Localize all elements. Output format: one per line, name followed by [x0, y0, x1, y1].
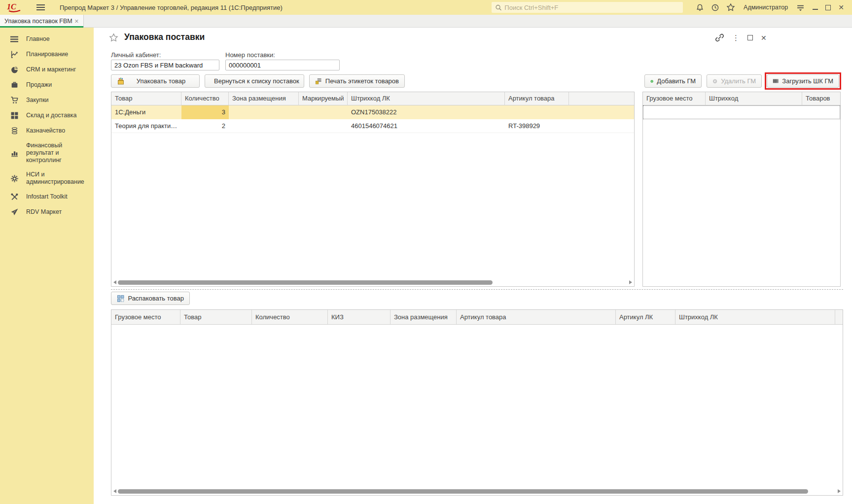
- col-cargo-place[interactable]: Грузовое место: [111, 310, 180, 324]
- col-goods-count[interactable]: Товаров: [802, 92, 840, 105]
- table-row[interactable]: 1С:Деньги 3 OZN175038222: [111, 105, 634, 119]
- maximize-icon[interactable]: [825, 5, 831, 10]
- packed-table-hscrollbar[interactable]: [111, 487, 843, 495]
- pie-chart-icon: [10, 66, 19, 74]
- pack-product-button[interactable]: Упаковать товар: [111, 74, 200, 88]
- pallet-grid-icon: [10, 111, 19, 120]
- sidebar-item-planning[interactable]: Планирование: [0, 47, 94, 62]
- tab-label: Упаковка поставок FBM: [4, 18, 72, 25]
- scrollbar-thumb[interactable]: [118, 489, 808, 494]
- coins-icon: [10, 127, 19, 135]
- horizontal-splitter[interactable]: [111, 289, 843, 290]
- add-icon: [650, 77, 653, 85]
- app-title: Препрод Маркет 3 / Управление торговлей,…: [60, 4, 283, 11]
- packed-table-empty-area: [111, 325, 843, 487]
- col-article[interactable]: Артикул товара: [457, 310, 616, 324]
- cargo-table-empty-area: [643, 119, 840, 286]
- sidebar-item-infostart-toolkit[interactable]: Infostart Toolkit: [0, 189, 94, 204]
- scroll-right-arrow[interactable]: [629, 280, 632, 284]
- titlebar: 1С Препрод Маркет 3 / Управление торговл…: [0, 0, 852, 15]
- tab-upakovka-postavok-fbm[interactable]: Упаковка поставок FBM ✕: [0, 15, 84, 28]
- form-favorite-star-icon[interactable]: [109, 33, 118, 42]
- unpack-icon: [117, 295, 124, 302]
- package-icon: [117, 77, 125, 85]
- form-packing-supply: Упаковка поставки ⋮ ✕ Личный кабинет: Но…: [94, 28, 852, 504]
- tabbar: Упаковка поставок FBM ✕: [0, 15, 852, 28]
- active-cell[interactable]: 3: [181, 105, 229, 119]
- products-table-header: Товар Количество Зона размещения Маркиру…: [111, 92, 634, 105]
- cargo-table-focused-empty-row[interactable]: [643, 105, 840, 119]
- sidebar-item-sales[interactable]: Продажи: [0, 77, 94, 93]
- col-quantity[interactable]: Количество: [252, 310, 328, 324]
- current-user[interactable]: Администратор: [744, 4, 788, 11]
- col-zone[interactable]: Зона размещения: [229, 92, 299, 105]
- sidebar-item-treasury[interactable]: Казначейство: [0, 123, 94, 138]
- close-icon[interactable]: ✕: [838, 4, 844, 11]
- sidebar-item-finance[interactable]: Финансовый результат и контроллинг: [0, 138, 94, 168]
- supply-number-label: Номер поставки:: [225, 51, 275, 59]
- briefcase-icon: [10, 81, 19, 89]
- link-icon[interactable]: [715, 33, 724, 42]
- print-labels-icon: [315, 77, 322, 85]
- products-table-hscrollbar[interactable]: [111, 278, 634, 286]
- more-menu-icon[interactable]: ⋮: [732, 34, 740, 42]
- notifications-bell-icon[interactable]: [696, 3, 704, 12]
- col-quantity[interactable]: Количество: [181, 92, 229, 105]
- delete-gm-button[interactable]: Удалить ГМ: [707, 74, 762, 88]
- cart-icon: [10, 96, 19, 104]
- col-barcode-lk[interactable]: Штрихкод ЛК: [348, 92, 505, 105]
- remove-icon: [712, 77, 717, 85]
- sidebar-item-main[interactable]: Главное: [0, 32, 94, 47]
- unpack-product-button[interactable]: Распаковать товар: [111, 292, 190, 305]
- col-product[interactable]: Товар: [111, 92, 181, 105]
- sidebar-item-crm[interactable]: CRM и маркетинг: [0, 62, 94, 77]
- packed-table-header: Грузовое место Товар Количество КИЗ Зона…: [111, 310, 843, 325]
- cabinet-field[interactable]: [111, 60, 219, 70]
- col-marked[interactable]: Маркируемый: [299, 92, 348, 105]
- scroll-left-arrow[interactable]: [113, 280, 116, 284]
- service-menu-icon[interactable]: [796, 3, 805, 12]
- search-icon: [495, 4, 502, 11]
- form-maximize-icon[interactable]: [747, 35, 753, 40]
- cabinet-label: Личный кабинет:: [111, 51, 161, 59]
- back-to-supplies-button[interactable]: Вернуться к списку поставок: [205, 74, 304, 88]
- load-barcode-gm-button[interactable]: Загрузить ШК ГМ: [767, 74, 839, 88]
- add-gm-button[interactable]: Добавить ГМ: [644, 74, 702, 88]
- col-vscroll-strip: [835, 310, 843, 324]
- form-header-icons: ⋮ ✕: [715, 33, 767, 42]
- col-kiz[interactable]: КИЗ: [328, 310, 390, 324]
- minimize-icon[interactable]: [813, 9, 818, 10]
- global-search[interactable]: [492, 2, 683, 13]
- scroll-right-arrow[interactable]: [838, 489, 841, 493]
- col-cargo-place[interactable]: Грузовое место: [643, 92, 706, 105]
- col-product[interactable]: Товар: [180, 310, 252, 324]
- titlebar-icons: Администратор: [696, 3, 805, 12]
- products-table: Товар Количество Зона размещения Маркиру…: [111, 92, 635, 287]
- print-labels-button[interactable]: Печать этикеток товаров: [309, 74, 405, 88]
- page-title: Упаковка поставки: [124, 32, 205, 42]
- history-icon[interactable]: [711, 3, 719, 12]
- table-row[interactable]: Теория для практи… 2 4601546074621 RT-39…: [111, 119, 634, 133]
- cargo-places-table: Грузовое место Штрихкод Товаров: [642, 92, 841, 287]
- main-menu-icon[interactable]: [36, 4, 45, 11]
- col-article-lk[interactable]: Артикул ЛК: [616, 310, 675, 324]
- 1c-logo: 1С: [7, 2, 24, 13]
- packed-goods-table: Грузовое место Товар Количество КИЗ Зона…: [111, 309, 843, 496]
- col-barcode-lk[interactable]: Штрихкод ЛК: [675, 310, 835, 324]
- search-input[interactable]: [504, 4, 679, 11]
- sidebar-item-nsi-admin[interactable]: НСИ и администрирование: [0, 168, 94, 189]
- col-zone[interactable]: Зона размещения: [390, 310, 457, 324]
- col-barcode[interactable]: Штрихкод: [706, 92, 802, 105]
- supply-number-field[interactable]: [225, 60, 340, 70]
- scrollbar-thumb[interactable]: [118, 280, 493, 285]
- sidebar-item-purchases[interactable]: Закупки: [0, 93, 94, 108]
- tutorial-highlight-box: Загрузить ШК ГМ: [765, 72, 841, 90]
- cargo-table-header: Грузовое место Штрихкод Товаров: [643, 92, 840, 105]
- sidebar-item-warehouse[interactable]: Склад и доставка: [0, 108, 94, 123]
- col-article[interactable]: Артикул товара: [505, 92, 569, 105]
- scroll-left-arrow[interactable]: [113, 489, 116, 493]
- tab-close-icon[interactable]: ✕: [74, 18, 79, 25]
- favorites-star-icon[interactable]: [726, 3, 735, 12]
- form-close-icon[interactable]: ✕: [761, 34, 767, 42]
- sidebar-item-rdv-market[interactable]: RDV Маркет: [0, 204, 94, 220]
